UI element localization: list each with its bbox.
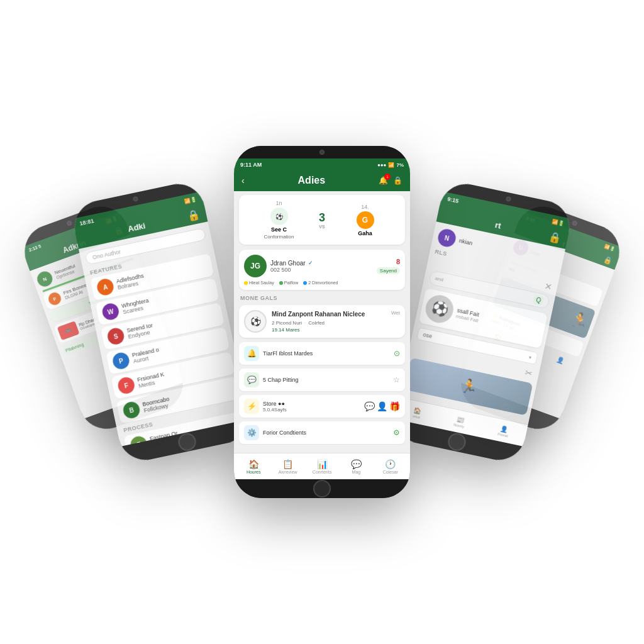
user-score: 002 500 — [270, 267, 373, 273]
tab-review[interactable]: 📋 Aivreview — [270, 459, 304, 474]
back-right-username: nkian — [458, 238, 473, 247]
more-goals-label: Mone Gals — [234, 292, 410, 303]
tab-home[interactable]: 🏠 Houres — [236, 459, 270, 474]
list-icon-3: ⚡ — [244, 399, 259, 414]
notification-bell[interactable]: 🔔 1 — [379, 176, 388, 185]
match-score: 3 — [319, 211, 325, 225]
team1-name: See C — [271, 226, 287, 233]
tab-calendar[interactable]: 🕐 Colesar — [374, 459, 408, 474]
tab-contents-label: Conrtents — [313, 470, 331, 474]
bnr-news[interactable]: 📰 Novriy — [453, 415, 466, 428]
stat3-label: 2 Dimvortioned — [308, 280, 338, 285]
event-title: Mind Zanpont Rahanan Niclece — [272, 310, 365, 318]
back-right-time: 9:15 — [447, 196, 459, 204]
battery-level: 7% — [396, 162, 404, 168]
event-meta2: 19.14 Mares — [272, 327, 400, 333]
event-sub1: 2 Picond Nuri — [272, 320, 302, 326]
user-action[interactable]: Sayend — [377, 267, 400, 274]
team1-sub: Conformation — [264, 234, 294, 240]
search-placeholder: Ono Author — [92, 248, 121, 260]
list-icon-2: 💬 — [244, 372, 259, 387]
back-button[interactable]: ‹ — [242, 175, 245, 186]
tab-home-label: Houres — [247, 470, 261, 474]
select-label: ose — [423, 331, 433, 340]
team2-name: Gaha — [358, 230, 372, 236]
tab-review-label: Aivreview — [279, 470, 297, 474]
bnr-home-label: urtut — [412, 414, 420, 419]
tab-msg-label: Mag — [352, 470, 361, 474]
list-item4-label: Forior Condtients — [263, 430, 389, 436]
bnr-home[interactable]: 🏠 urtut — [412, 406, 421, 419]
stat2-label: Paiflow — [284, 280, 299, 285]
lock-icon: 🔒 — [393, 176, 402, 185]
center-header-title: Adies — [245, 175, 379, 186]
scissors-icon: ✂ — [524, 367, 533, 379]
tab-msg[interactable]: 💬 Mag — [339, 459, 373, 474]
tab-bar: 🏠 Houres 📋 Aivreview 📊 Conrtents 💬 Mag 🕐 — [234, 453, 410, 479]
list-item1-label: TiarFl Iblost Mardes — [263, 350, 390, 357]
tab-calendar-label: Colesar — [383, 470, 398, 474]
list-item2-label: 5 Chap Pitting — [263, 377, 389, 383]
team2-number: 14. — [361, 204, 369, 210]
phone-center: 9:11 AM ●●●📶7% ‹ Adies 🔔 1 🔒 — [234, 146, 410, 498]
user-score-badge: 8 — [396, 258, 400, 265]
list-icon-4: ⚙️ — [244, 425, 259, 440]
app-scene: 2:13 5 📶🔋 ‹ Adkrin 🔒 N Neuentful Oprtion… — [39, 39, 605, 605]
list-icon-1: 🔔 — [244, 346, 259, 361]
user-name: Jdran Ghoar — [270, 260, 306, 267]
list-item3-label: Store ●● — [263, 401, 360, 407]
event-sub2: Colrfed — [308, 320, 325, 326]
close-icon[interactable]: ✕ — [543, 281, 553, 292]
center-status-time: 9:11 AM — [240, 162, 262, 168]
tab-contents[interactable]: 📊 Conrtents — [305, 459, 339, 474]
list-item3-sub: 5.0.4Sayfs — [263, 407, 360, 413]
event-meta: Wet — [391, 310, 400, 316]
team1-number: 1n — [275, 200, 282, 206]
stat1-label: Hleat Saulay — [249, 280, 274, 285]
back-left-time: 18:81 — [79, 218, 95, 227]
bnr-profile[interactable]: 👤 Poinel — [497, 425, 510, 438]
